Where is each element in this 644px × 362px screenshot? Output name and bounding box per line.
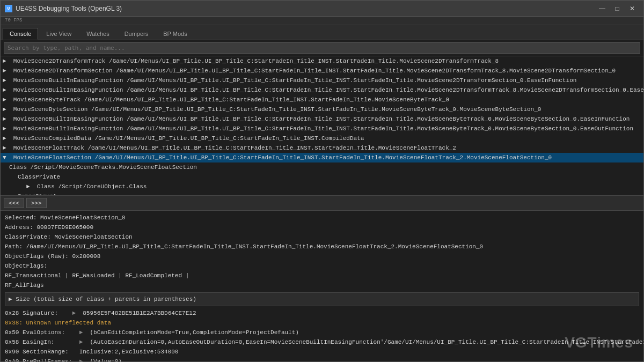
close-button[interactable]: ✕ [625,3,639,14]
tab-dumpers[interactable]: Dumpers [118,28,156,40]
nav-buttons: <<< >>> [1,196,643,211]
tree-item[interactable]: ► MovieSceneBuiltInEasingFunction /Game/… [1,124,643,134]
tree-item[interactable]: ► MovieSceneBuiltInEasingFunction /Game/… [1,114,643,124]
tree-item[interactable]: ► MovieSceneByteTrack /Game/UI/Menus/UI_… [1,95,643,105]
window-title: UE4SS Debugging Tools (OpenGL 3) [16,5,595,12]
hex-val-5: (Value=0) [86,358,122,361]
hex-val-4: Inclusive:2,Exclusive:534000 [79,349,179,355]
hex-arrow-0: ► [72,310,76,316]
hex-addr-4: 0x90 SectionRange: [5,349,76,355]
tab-bar: Console Live View Watches Dumpers BP Mod… [1,25,643,40]
hex-entry-preroll: 0xA0 PreRollFrames: ► (Value=0) [5,357,639,361]
search-bar [1,40,643,56]
minimize-button[interactable]: — [595,3,609,14]
hex-entry-unknown: 0x38: Unknown unreflected data [5,318,639,328]
app-icon: U [5,5,12,12]
tab-console[interactable]: Console [3,28,38,40]
info-panel: Selected: MovieSceneFloatSection_0 Addre… [1,211,643,361]
hex-entries: 0x28 Signature: ► 85956E5F482BE51B1E2A7B… [5,308,639,361]
tree-item[interactable]: ► MovieScene2DTransformSection /Game/UI/… [1,66,643,76]
hex-arrow-5: ► [79,358,83,361]
tab-watches[interactable]: Watches [79,28,116,40]
address-label: Address: 00007FED9E065000 [5,223,639,232]
hex-arrow-2: ► [79,329,83,336]
hex-entry-evaloptions: 0x50 EvalOptions: ► (bCanEditCompletionM… [5,328,639,337]
tree-item[interactable]: ► MovieSceneCompiledData /Game/UI/Menus/… [1,134,643,143]
tree-item-selected[interactable]: ▼ MovieSceneFloatSection /Game/UI/Menus/… [1,153,643,162]
tree-item[interactable]: ► MovieScene2DTransformTrack /Game/UI/Me… [1,56,643,66]
main-window: U UE4SS Debugging Tools (OpenGL 3) — □ ✕… [0,0,644,362]
tab-bpmods[interactable]: BP Mods [156,28,194,40]
hex-entry-easingin: 0x58 EasingIn: ► (AutoEaseInDuration=0,A… [5,337,639,347]
tree-item[interactable]: SuperStruct [1,191,643,196]
class-private-label: ClassPrivate: MovieSceneFloatSection [5,232,639,242]
hex-val-3: (AutoEaseInDuration=0,AutoEaseOutDuratio… [86,339,643,345]
tree-item[interactable]: ► Class /Script/CoreUObject.Class [1,182,643,191]
next-next-button[interactable]: >>> [26,198,47,208]
maximize-button[interactable]: □ [610,3,624,14]
hex-arrow-3: ► [79,339,83,345]
flags-line2: RF_AllFlags [5,280,639,290]
tab-liveview[interactable]: Live View [39,28,78,40]
tree-item[interactable]: ► MovieSceneBuiltInEasingFunction /Game/… [1,85,643,95]
size-section-label: ▶ Size (total size of class + parents in… [9,296,196,302]
tree-item[interactable]: ► MovieSceneByteSection /Game/UI/Menus/U… [1,105,643,114]
size-section[interactable]: ▶ Size (total size of class + parents in… [5,292,639,306]
hex-addr-3: 0x58 EasingIn: [5,339,76,345]
search-input[interactable] [4,42,640,54]
path-label: Path: /Game/UI/Menus/UI_BP_Title.UI_BP_T… [5,242,639,252]
fps-counter: 70 FPS [5,18,22,23]
hex-val-2: (bCanEditCompletionMode=True,CompletionM… [86,329,299,336]
selected-label: Selected: MovieSceneFloatSection_0 [5,213,639,223]
hex-entry-sectionrange: 0x90 SectionRange: Inclusive:2,Exclusive… [5,347,639,357]
tree-item[interactable]: ► MovieSceneFloatTrack /Game/UI/Menus/UI… [1,143,643,153]
window-controls: — □ ✕ [595,3,639,14]
tree-item[interactable]: ClassPrivate [1,172,643,182]
prev-prev-button[interactable]: <<< [4,198,24,208]
hex-addr-0: 0x28 Signature: [5,310,69,316]
hex-addr-5: 0xA0 PreRollFrames: [5,358,76,361]
tree-item[interactable]: Class /Script/MovieSceneTracks.MovieScen… [1,162,643,172]
hex-addr-2: 0x50 EvalOptions: [5,329,76,336]
object-flags-label: ObjectFlags: [5,261,639,271]
fps-bar: 70 FPS [1,17,643,25]
tree-item[interactable]: ► MovieSceneBuiltInEasingFunction /Game/… [1,76,643,85]
hex-entry-signature: 0x28 Signature: ► 85956E5F482BE51B1E2A7B… [5,308,639,318]
main-content: ► MovieScene2DTransformTrack /Game/UI/Me… [1,56,643,361]
flags-line1: RF_Transactional | RF_WasLoaded | RF_Loa… [5,271,639,280]
hex-unknown-label: 0x38: Unknown unreflected data [5,320,111,326]
object-flags-raw-label: ObjectFlags (Raw): 0x280008 [5,252,639,261]
tree-panel[interactable]: ► MovieScene2DTransformTrack /Game/UI/Me… [1,56,643,196]
hex-val-0: 85956E5F482BE51B1E2A7BBD64CE7E12 [79,310,196,316]
title-bar: U UE4SS Debugging Tools (OpenGL 3) — □ ✕ [1,1,643,17]
